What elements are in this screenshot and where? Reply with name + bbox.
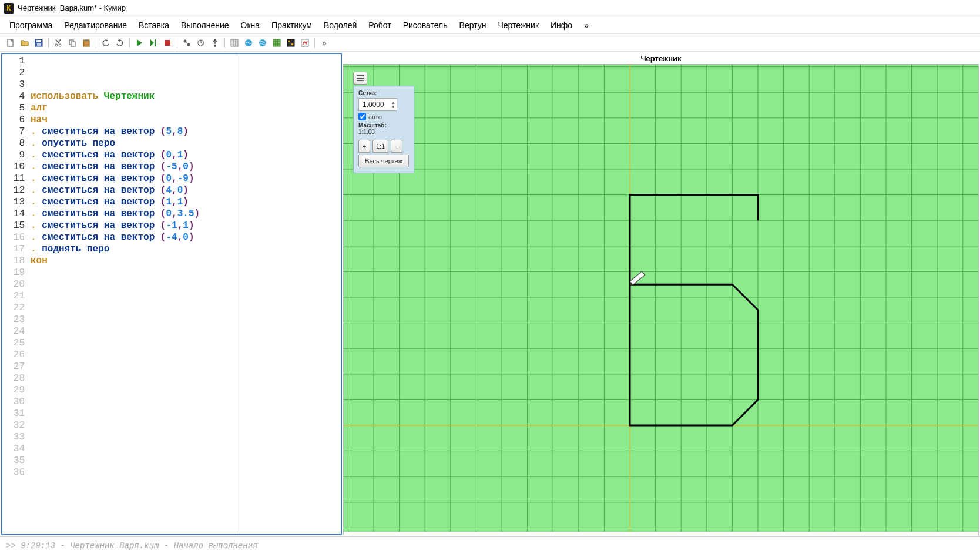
menu-чертежник[interactable]: Чертежник bbox=[493, 19, 543, 32]
toolbar-overflow[interactable]: » bbox=[318, 37, 330, 49]
code-text[interactable]: использовать Чертежникалгнач. сместиться… bbox=[28, 54, 341, 534]
module-icon-3[interactable] bbox=[257, 37, 269, 49]
menu-выполнение[interactable]: Выполнение bbox=[176, 19, 233, 32]
canvas-controls: Сетка: 1.0000 ▲▼ авто Масштаб: 1:1.00 bbox=[353, 72, 414, 173]
svg-rect-10 bbox=[155, 39, 156, 46]
code-editor[interactable]: 1234567891011121314151617181920212223242… bbox=[1, 53, 342, 535]
copy-icon[interactable] bbox=[66, 37, 78, 49]
stop-icon[interactable] bbox=[162, 37, 173, 49]
open-file-icon[interactable] bbox=[19, 37, 31, 49]
app-icon: К bbox=[4, 3, 14, 14]
margin-line bbox=[239, 54, 239, 534]
menu-водолей[interactable]: Водолей bbox=[319, 19, 361, 32]
menu-рисователь[interactable]: Рисователь bbox=[398, 19, 452, 32]
module-icon-4[interactable] bbox=[271, 37, 283, 49]
menubar: ПрограммаРедактированиеВставкаВыполнение… bbox=[0, 16, 980, 34]
run-icon[interactable] bbox=[133, 37, 145, 49]
svg-rect-22 bbox=[273, 39, 280, 46]
titlebar: К Чертежник_Варя.kum* - Кумир bbox=[0, 0, 980, 16]
auto-label[interactable]: авто bbox=[368, 113, 382, 120]
svg-rect-31 bbox=[344, 65, 978, 532]
hamburger-icon[interactable] bbox=[353, 72, 367, 85]
svg-point-21 bbox=[259, 39, 266, 46]
drawing-canvas[interactable]: Сетка: 1.0000 ▲▼ авто Масштаб: 1:1.00 bbox=[343, 64, 979, 535]
zoom-reset-button[interactable]: 1:1 bbox=[372, 140, 388, 153]
menu-инфо[interactable]: Инфо bbox=[546, 19, 577, 32]
canvas-svg bbox=[344, 65, 978, 532]
fit-button[interactable]: Весь чертеж bbox=[358, 155, 409, 167]
menu-робот[interactable]: Робот bbox=[364, 19, 395, 32]
svg-rect-11 bbox=[165, 40, 170, 46]
save-file-icon[interactable] bbox=[33, 37, 45, 49]
module-icon-5[interactable] bbox=[285, 37, 297, 49]
redo-icon[interactable] bbox=[114, 37, 126, 49]
actor-icon-2[interactable] bbox=[195, 37, 207, 49]
svg-rect-7 bbox=[71, 42, 75, 46]
control-panel: Сетка: 1.0000 ▲▼ авто Масштаб: 1:1.00 bbox=[353, 86, 414, 173]
menu-редактирование[interactable]: Редактирование bbox=[59, 19, 132, 32]
paste-icon[interactable] bbox=[80, 37, 92, 49]
new-file-icon[interactable] bbox=[5, 37, 16, 49]
zoom-out-button[interactable]: - bbox=[391, 140, 402, 153]
svg-rect-28 bbox=[288, 41, 290, 42]
scale-label: Масштаб: bbox=[358, 122, 409, 129]
auto-checkbox[interactable] bbox=[358, 113, 366, 120]
svg-rect-3 bbox=[37, 43, 41, 46]
status-bar: >> 9:29:13 - Чертежник_Варя.kum - Начало… bbox=[0, 536, 980, 554]
module-icon-2[interactable] bbox=[243, 37, 254, 49]
canvas-title: Чертежник bbox=[343, 53, 979, 64]
module-icon-6[interactable] bbox=[299, 37, 311, 49]
menu-вертун[interactable]: Вертун bbox=[455, 19, 491, 32]
menu-программа[interactable]: Программа bbox=[5, 19, 57, 32]
menu-окна[interactable]: Окна bbox=[236, 19, 265, 32]
svg-line-14 bbox=[185, 41, 189, 45]
actor-icon-1[interactable] bbox=[181, 37, 193, 49]
svg-rect-2 bbox=[36, 40, 41, 42]
line-gutter: 1234567891011121314151617181920212223242… bbox=[2, 54, 28, 534]
menu-практикум[interactable]: Практикум bbox=[267, 19, 317, 32]
module-icon-1[interactable] bbox=[229, 37, 240, 49]
grid-spinner[interactable]: 1.0000 ▲▼ bbox=[358, 98, 397, 111]
svg-rect-9 bbox=[85, 39, 88, 41]
window-title: Чертежник_Варя.kum* - Кумир bbox=[18, 4, 126, 12]
svg-point-4 bbox=[55, 44, 58, 46]
svg-point-5 bbox=[59, 44, 61, 46]
toolbar: » bbox=[0, 34, 980, 52]
step-icon[interactable] bbox=[147, 37, 159, 49]
undo-icon[interactable] bbox=[100, 37, 112, 49]
menu-»[interactable]: » bbox=[579, 19, 593, 32]
svg-point-16 bbox=[214, 45, 216, 47]
scale-value: 1:1.00 bbox=[358, 129, 409, 135]
zoom-in-button[interactable]: + bbox=[358, 140, 370, 153]
svg-rect-17 bbox=[231, 39, 238, 46]
menu-вставка[interactable]: Вставка bbox=[134, 19, 174, 32]
grid-label: Сетка: bbox=[358, 90, 409, 96]
svg-rect-29 bbox=[291, 43, 293, 45]
actor-icon-3[interactable] bbox=[209, 37, 221, 49]
cut-icon[interactable] bbox=[52, 37, 64, 49]
svg-rect-27 bbox=[287, 39, 294, 46]
